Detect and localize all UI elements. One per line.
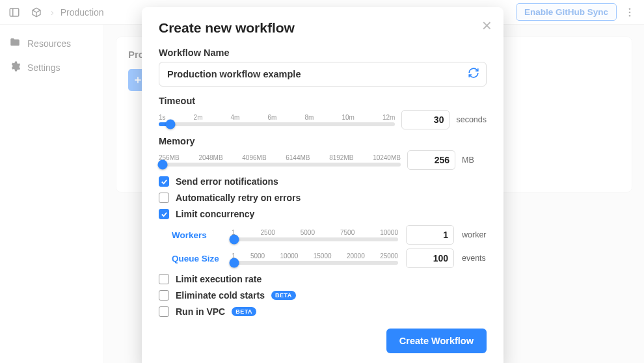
workflow-name-field — [159, 62, 487, 87]
workers-slider[interactable]: 125005000750010000 — [232, 229, 398, 241]
beta-badge: BETA — [232, 307, 256, 316]
timeout-label: Timeout — [159, 96, 487, 106]
beta-badge: BETA — [271, 291, 296, 300]
queue-row: Queue Size 1500010000150002000025000 eve… — [172, 249, 487, 268]
checkbox-icon — [159, 209, 169, 219]
checkbox-icon — [159, 274, 169, 284]
queue-slider[interactable]: 1500010000150002000025000 — [232, 252, 398, 265]
timeout-slider[interactable]: 1s2m4m6m8m10m12m — [159, 114, 395, 126]
checkbox-icon — [159, 193, 169, 203]
memory-ticks: 256MB2048MB4096MB6144MB8192MB10240MB — [159, 154, 401, 161]
memory-unit: MB — [462, 155, 487, 165]
queue-value-input[interactable] — [406, 249, 454, 268]
check-vpc[interactable]: Run in VPC BETA — [159, 306, 487, 317]
check-notify[interactable]: Send error notifications — [159, 176, 487, 187]
timeout-section: Timeout 1s2m4m6m8m10m12m seconds — [159, 96, 487, 129]
workers-label: Workers — [172, 230, 224, 240]
queue-label: Queue Size — [172, 254, 224, 263]
workflow-name-label: Workflow Name — [159, 47, 487, 58]
timeout-unit: seconds — [456, 115, 487, 124]
timeout-ticks: 1s2m4m6m8m10m12m — [159, 114, 395, 121]
check-cold-start[interactable]: Eliminate cold starts BETA — [159, 290, 487, 301]
memory-section: Memory 256MB2048MB4096MB6144MB8192MB1024… — [159, 136, 487, 170]
memory-value-input[interactable] — [407, 150, 455, 170]
create-workflow-button[interactable]: Create Workflow — [386, 329, 487, 353]
create-workflow-modal: × Create new workflow Workflow Name Time… — [142, 7, 503, 363]
check-limit-concurrency[interactable]: Limit concurrency — [159, 209, 487, 219]
modal-footer: Create Workflow — [159, 329, 487, 353]
queue-unit: events — [462, 254, 487, 263]
checkbox-icon — [159, 306, 169, 317]
memory-label: Memory — [159, 136, 487, 146]
checkbox-icon — [159, 290, 169, 301]
memory-slider[interactable]: 256MB2048MB4096MB6144MB8192MB10240MB — [159, 154, 401, 167]
check-retry[interactable]: Automatically retry on errors — [159, 193, 487, 203]
workers-unit: worker — [462, 230, 487, 239]
concurrency-sub: Workers 125005000750010000 worker Queue … — [172, 225, 487, 268]
workflow-name-input[interactable] — [159, 62, 468, 86]
workers-row: Workers 125005000750010000 worker — [172, 225, 487, 245]
check-limit-rate[interactable]: Limit execution rate — [159, 274, 487, 284]
timeout-value-input[interactable] — [401, 110, 449, 129]
refresh-icon[interactable] — [468, 67, 479, 81]
modal-title: Create new workflow — [159, 20, 487, 36]
workers-value-input[interactable] — [406, 225, 454, 245]
close-icon[interactable]: × — [482, 17, 492, 34]
checkbox-icon — [159, 176, 169, 187]
